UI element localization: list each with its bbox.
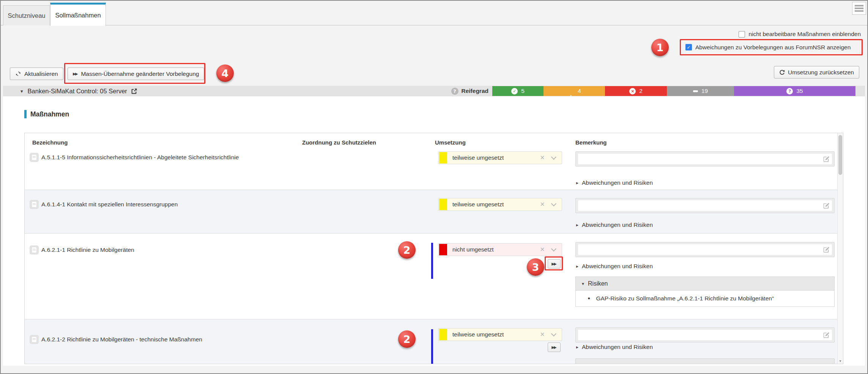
cross-circle-icon: × <box>629 88 636 94</box>
measure-title: A.6.2.1-1 Richtlinie zu Mobilgeräten <box>41 247 134 253</box>
table-scrollbar: ▾ <box>837 133 843 364</box>
annotation-box-1: ✓ Abweichungen zu Vorbelegungen aus Foru… <box>680 39 863 55</box>
tab-bar: Schutzniveau Sollmaßnahmen <box>1 1 867 25</box>
heading-accent-bar <box>24 110 27 118</box>
scrollbar-thumb[interactable] <box>838 135 842 175</box>
control-section-header: ▾ Banken-SiMaKat Control: 05 Server ? Re… <box>3 86 865 96</box>
implementation-select[interactable]: nicht umgesetzt × <box>438 243 562 256</box>
forumnsr-checkbox[interactable]: ✓ <box>685 44 692 50</box>
check-circle-icon: ✓ <box>511 88 518 94</box>
tab-sollmassnahmen-label: Sollmaßnahmen <box>55 12 101 19</box>
remark-input[interactable] <box>578 200 832 211</box>
clear-icon[interactable]: × <box>540 200 545 209</box>
remark-input[interactable] <box>578 244 832 255</box>
collapse-closed-icon: ▸ <box>576 344 578 350</box>
risks-panel: ▾ Risiken • GAP-Risiko zu Sollmaßnahme „… <box>575 277 835 307</box>
chevron-down-icon[interactable] <box>551 201 556 206</box>
question-circle-icon: ? <box>786 88 793 94</box>
measures-panel: Maßnahmen Bezeichnung Zuordnung zu Schut… <box>3 96 865 366</box>
collapse-closed-icon: ▸ <box>576 264 578 269</box>
measure-title: A.5.1.1-5 Informationssicherheitsrichtli… <box>41 154 239 161</box>
non-editable-checkbox[interactable] <box>739 31 745 38</box>
collapse-closed-icon: ▸ <box>576 180 578 185</box>
deviations-link[interactable]: ▸ Abweichungen und Risiken <box>576 344 653 350</box>
badge-failed: × 2 <box>605 86 667 96</box>
remark-input[interactable] <box>578 154 832 164</box>
status-color-swatch <box>439 152 447 163</box>
badge-failed-count: 2 <box>639 88 643 94</box>
row-separator <box>25 233 843 234</box>
badge-open: ? 35 <box>734 86 855 96</box>
external-link-icon[interactable] <box>131 88 137 94</box>
edit-icon[interactable] <box>823 332 830 338</box>
edit-icon[interactable] <box>823 202 830 209</box>
status-color-swatch <box>439 244 447 255</box>
chevron-down-icon[interactable] <box>551 246 556 251</box>
help-icon: ? <box>451 88 458 95</box>
remark-input[interactable] <box>578 330 832 340</box>
callout-3: 3 <box>527 258 544 276</box>
reset-icon <box>779 69 785 75</box>
app-window: Schutzniveau Sollmaßnahmen nicht bearbei… <box>0 0 868 374</box>
tab-schutzniveau[interactable]: Schutzniveau <box>3 5 50 25</box>
control-title: Banken-SiMaKat Control: 05 Server <box>28 88 127 95</box>
implementation-select[interactable]: teilweise umgesetzt × <box>438 151 562 164</box>
reset-implementation-button[interactable]: Umsetzung zurücksetzen <box>774 66 859 79</box>
badge-warning-count: 4 <box>578 88 581 94</box>
scroll-down-icon[interactable]: ▾ <box>838 359 843 363</box>
remark-field <box>575 242 835 257</box>
apply-default-button[interactable]: ▶▶ <box>548 343 561 352</box>
annotation-box-3 <box>545 256 563 270</box>
refresh-button[interactable]: Aktualisieren <box>10 68 63 80</box>
risks-header[interactable]: ▾ Risiken <box>575 277 835 291</box>
forumnsr-label: Abweichungen zu Vorbelegungen aus ForumN… <box>695 44 851 51</box>
clear-icon[interactable]: × <box>540 330 545 339</box>
status-color-swatch <box>439 199 447 210</box>
badge-fulfilled-count: 5 <box>521 88 525 94</box>
menu-button[interactable] <box>852 2 866 15</box>
measure-title: A.6.1.4-1 Kontakt mit speziellen Interes… <box>41 201 178 208</box>
chevron-down-icon[interactable] <box>551 331 556 336</box>
column-header-schutzziele: Zuordnung zu Schutzzielen <box>302 139 376 146</box>
note-icon[interactable] <box>30 245 39 255</box>
deviations-link[interactable]: ▸ Abweichungen und Risiken <box>576 179 653 186</box>
edit-icon[interactable] <box>823 156 830 162</box>
maturity-bar: ✓ 5 ! 4 × 2 19 <box>492 86 855 96</box>
measures-heading: Maßnahmen <box>24 110 69 118</box>
collapse-caret-icon[interactable]: ▾ <box>20 88 23 94</box>
deviations-link[interactable]: ▸ Abweichungen und Risiken <box>576 263 653 270</box>
implementation-select[interactable]: teilweise umgesetzt × <box>438 198 562 211</box>
deviations-link[interactable]: ▸ Abweichungen und Risiken <box>576 222 653 228</box>
column-header-bemerkung: Bemerkung <box>575 139 607 146</box>
chevron-down-icon[interactable] <box>551 154 556 160</box>
note-icon[interactable] <box>30 200 39 209</box>
reset-label: Umsetzung zurücksetzen <box>788 69 854 76</box>
clear-icon[interactable]: × <box>540 245 545 254</box>
filter-non-editable: nicht bearbeitbare Maßnahmen einblenden <box>739 31 861 38</box>
remark-field <box>575 327 835 343</box>
callout-1: 1 <box>651 39 669 56</box>
warning-triangle-icon: ! <box>567 88 574 94</box>
minus-icon <box>693 90 698 92</box>
status-color-swatch <box>439 329 447 340</box>
callout-2: 2 <box>398 241 416 259</box>
hamburger-icon <box>855 5 863 6</box>
measures-table: Bezeichnung Zuordnung zu Schutzzielen Um… <box>24 133 843 364</box>
note-icon[interactable] <box>30 335 39 344</box>
clear-icon[interactable]: × <box>540 153 545 162</box>
note-icon[interactable] <box>30 153 39 162</box>
implementation-select[interactable]: teilweise umgesetzt × <box>438 328 562 341</box>
deviation-marker <box>431 243 433 279</box>
row-separator <box>25 190 843 190</box>
non-editable-label: nicht bearbeitbare Maßnahmen einblenden <box>748 31 861 38</box>
refresh-icon <box>15 71 21 77</box>
collapse-open-icon: ▾ <box>582 281 584 286</box>
deviation-marker <box>431 329 433 364</box>
callout-4: 4 <box>216 64 234 82</box>
maturity-label: Reifegrad <box>462 88 489 94</box>
measure-title: A.6.2.1-2 Richtlinie zu Mobilgeräten - t… <box>41 336 202 343</box>
tab-sollmassnahmen[interactable]: Sollmaßnahmen <box>50 3 106 26</box>
edit-icon[interactable] <box>823 246 830 253</box>
badge-fulfilled: ✓ 5 <box>492 86 543 96</box>
column-header-umsetzung: Umsetzung <box>435 139 466 146</box>
